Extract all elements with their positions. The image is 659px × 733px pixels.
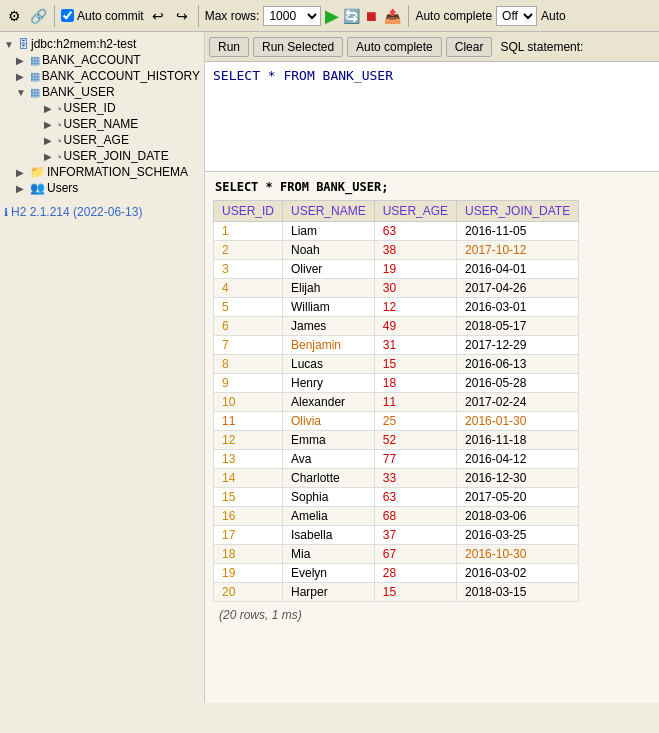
table-row[interactable]: 8 Lucas 15 2016-06-13 [214, 355, 579, 374]
table-row[interactable]: 1 Liam 63 2016-11-05 [214, 222, 579, 241]
table-row[interactable]: 9 Henry 18 2016-05-28 [214, 374, 579, 393]
sidebar-item-bank-account[interactable]: ▶ ▦ BANK_ACCOUNT [2, 52, 202, 68]
sidebar-item-users[interactable]: ▶ 👥 Users [2, 180, 202, 196]
sidebar-item-bank-user[interactable]: ▼ ▦ BANK_USER [2, 84, 202, 100]
export-icon[interactable]: 📤 [382, 6, 402, 26]
cell-name: Olivia [283, 412, 375, 431]
sidebar-connection[interactable]: ▼ 🗄 jdbc:h2mem:h2-test [2, 36, 202, 52]
table-row[interactable]: 5 William 12 2016-03-01 [214, 298, 579, 317]
expand-icon-connection: ▼ [4, 39, 18, 50]
results-area: SELECT * FROM BANK_USER; USER_ID USER_NA… [205, 172, 659, 703]
cell-name: Isabella [283, 526, 375, 545]
bank-user-label: BANK_USER [42, 85, 115, 99]
table-row[interactable]: 2 Noah 38 2017-10-12 [214, 241, 579, 260]
max-rows-label: Max rows: [205, 9, 260, 23]
cell-id: 14 [214, 469, 283, 488]
cell-id: 16 [214, 507, 283, 526]
auto-commit-checkbox[interactable]: Auto commit [61, 9, 144, 23]
cell-id: 5 [214, 298, 283, 317]
table-row[interactable]: 7 Benjamin 31 2017-12-29 [214, 336, 579, 355]
table-row[interactable]: 6 James 49 2018-05-17 [214, 317, 579, 336]
table-row[interactable]: 19 Evelyn 28 2016-03-02 [214, 564, 579, 583]
cell-age: 28 [374, 564, 456, 583]
stop-button[interactable]: ⏹ [364, 9, 378, 23]
run-play-button[interactable]: ▶ [325, 7, 339, 25]
settings-icon[interactable]: ⚙ [4, 6, 24, 26]
cell-id: 17 [214, 526, 283, 545]
user-id-label: USER_ID [64, 101, 116, 115]
cell-age: 49 [374, 317, 456, 336]
user-join-date-label: USER_JOIN_DATE [64, 149, 169, 163]
sep1 [54, 5, 55, 27]
max-rows-select[interactable]: 1000 100 500 5000 10000 [263, 6, 321, 26]
refresh-button[interactable]: 🔄 [343, 8, 360, 24]
table-row[interactable]: 10 Alexander 11 2017-02-24 [214, 393, 579, 412]
cell-id: 11 [214, 412, 283, 431]
autocomplete-label: Auto complete [415, 9, 492, 23]
table-row[interactable]: 13 Ava 77 2016-04-12 [214, 450, 579, 469]
cell-id: 20 [214, 583, 283, 602]
cell-date: 2016-11-18 [457, 431, 579, 450]
table-row[interactable]: 11 Olivia 25 2016-01-30 [214, 412, 579, 431]
cell-age: 25 [374, 412, 456, 431]
cell-id: 4 [214, 279, 283, 298]
table-icon-bank-account: ▦ [30, 54, 40, 67]
cell-id: 12 [214, 431, 283, 450]
cell-age: 11 [374, 393, 456, 412]
table-row[interactable]: 3 Oliver 19 2016-04-01 [214, 260, 579, 279]
sidebar-item-user-name[interactable]: ▶ ▪ USER_NAME [2, 116, 202, 132]
main-layout: ▼ 🗄 jdbc:h2mem:h2-test ▶ ▦ BANK_ACCOUNT … [0, 32, 659, 703]
cell-name: Henry [283, 374, 375, 393]
rollback-icon[interactable]: ↪ [172, 6, 192, 26]
sidebar-item-user-id[interactable]: ▶ ▪ USER_ID [2, 100, 202, 116]
table-row[interactable]: 20 Harper 15 2018-03-15 [214, 583, 579, 602]
bank-account-label: BANK_ACCOUNT [42, 53, 141, 67]
table-row[interactable]: 14 Charlotte 33 2016-12-30 [214, 469, 579, 488]
expand-icon-user-name: ▶ [44, 119, 58, 130]
cell-id: 15 [214, 488, 283, 507]
commit-icon[interactable]: ↩ [148, 6, 168, 26]
cell-date: 2016-03-25 [457, 526, 579, 545]
cell-age: 12 [374, 298, 456, 317]
run-button[interactable]: Run [209, 37, 249, 57]
cell-name: Amelia [283, 507, 375, 526]
sql-editor[interactable]: SELECT * FROM BANK_USER [205, 62, 659, 172]
sidebar-item-bank-account-history[interactable]: ▶ ▦ BANK_ACCOUNT_HISTORY [2, 68, 202, 84]
col-header-user-id[interactable]: USER_ID [214, 201, 283, 222]
sidebar-item-information-schema[interactable]: ▶ 📁 INFORMATION_SCHEMA [2, 164, 202, 180]
cell-name: Benjamin [283, 336, 375, 355]
table-row[interactable]: 17 Isabella 37 2016-03-25 [214, 526, 579, 545]
results-footer: (20 rows, 1 ms) [209, 604, 655, 626]
connect-icon[interactable]: 🔗 [28, 6, 48, 26]
auto-complete-button[interactable]: Auto complete [347, 37, 442, 57]
cell-date: 2016-12-30 [457, 469, 579, 488]
sep2 [198, 5, 199, 27]
sidebar-item-user-age[interactable]: ▶ ▪ USER_AGE [2, 132, 202, 148]
expand-icon-users: ▶ [16, 183, 30, 194]
cell-date: 2016-04-12 [457, 450, 579, 469]
col-header-user-age[interactable]: USER_AGE [374, 201, 456, 222]
cell-date: 2016-01-30 [457, 412, 579, 431]
cell-id: 3 [214, 260, 283, 279]
sidebar-item-user-join-date[interactable]: ▶ ▪ USER_JOIN_DATE [2, 148, 202, 164]
cell-name: Charlotte [283, 469, 375, 488]
table-row[interactable]: 16 Amelia 68 2018-03-06 [214, 507, 579, 526]
information-schema-label: INFORMATION_SCHEMA [47, 165, 188, 179]
autocomplete-select[interactable]: Off On [496, 6, 537, 26]
col-header-user-name[interactable]: USER_NAME [283, 201, 375, 222]
table-row[interactable]: 15 Sophia 63 2017-05-20 [214, 488, 579, 507]
cell-date: 2017-10-12 [457, 241, 579, 260]
table-row[interactable]: 12 Emma 52 2016-11-18 [214, 431, 579, 450]
col-header-user-join-date[interactable]: USER_JOIN_DATE [457, 201, 579, 222]
table-row[interactable]: 18 Mia 67 2016-10-30 [214, 545, 579, 564]
expand-icon-bank-account-history: ▶ [16, 71, 30, 82]
auto-commit-input[interactable] [61, 9, 74, 22]
table-row[interactable]: 4 Elijah 30 2017-04-26 [214, 279, 579, 298]
col-icon-user-name: ▪ [58, 119, 62, 130]
cell-date: 2016-03-01 [457, 298, 579, 317]
run-selected-button[interactable]: Run Selected [253, 37, 343, 57]
expand-icon-user-age: ▶ [44, 135, 58, 146]
cell-id: 13 [214, 450, 283, 469]
clear-button[interactable]: Clear [446, 37, 493, 57]
cell-name: Sophia [283, 488, 375, 507]
